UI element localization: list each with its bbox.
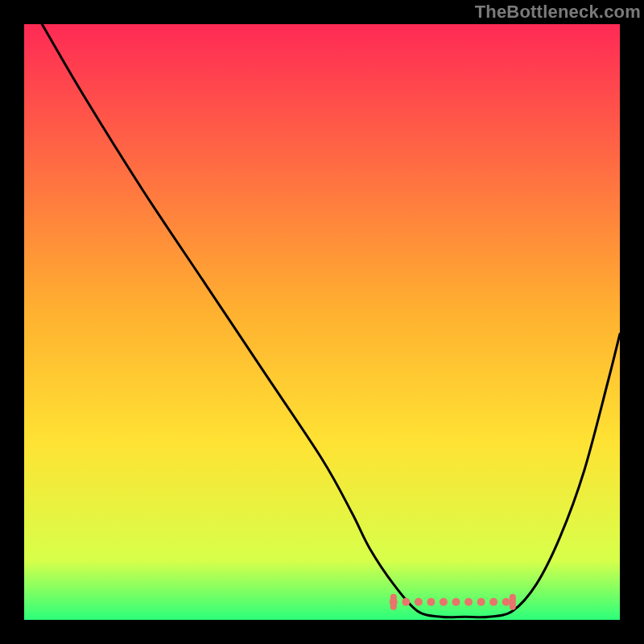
bottleneck-chart [0, 0, 644, 644]
optimal-marker-dot [477, 598, 485, 606]
optimal-marker-end [390, 594, 397, 610]
plot-background [24, 24, 620, 620]
optimal-marker-dot [415, 598, 423, 606]
optimal-marker-dot [464, 598, 473, 606]
optimal-marker-dot [440, 598, 448, 606]
optimal-marker-dot [402, 598, 410, 606]
site-watermark: TheBottleneck.com [475, 2, 641, 23]
chart-container: { "watermark": "TheBottleneck.com", "cha… [0, 0, 644, 644]
optimal-marker-dot [502, 598, 510, 606]
optimal-marker-dot [452, 598, 460, 606]
optimal-marker-dot [489, 598, 497, 606]
optimal-marker-dot [427, 598, 435, 606]
optimal-marker-end [510, 594, 516, 610]
